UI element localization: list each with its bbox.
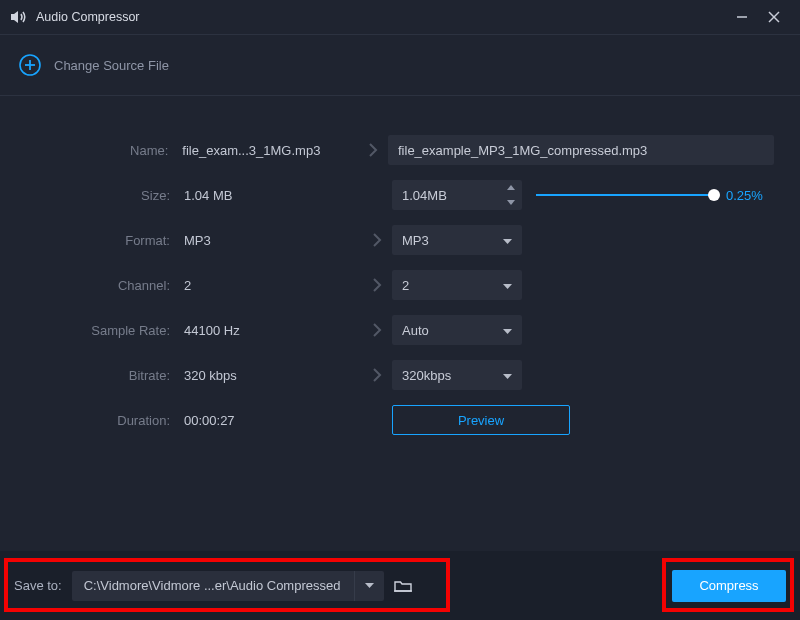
row-sample-rate: Sample Rate: 44100 Hz Auto: [26, 314, 774, 346]
bitrate-value: 320kbps: [402, 368, 451, 383]
source-bitrate: 320 kbps: [178, 368, 362, 383]
label-channel: Channel:: [26, 278, 178, 293]
caret-down-icon[interactable]: [354, 571, 384, 601]
source-duration: 00:00:27: [178, 413, 362, 428]
change-source-row: Change Source File: [0, 35, 800, 95]
format-select[interactable]: MP3: [392, 225, 522, 255]
row-bitrate: Bitrate: 320 kbps 320kbps: [26, 359, 774, 391]
output-name-input[interactable]: [388, 135, 774, 165]
preview-button[interactable]: Preview: [392, 405, 570, 435]
channel-select[interactable]: 2: [392, 270, 522, 300]
add-source-button[interactable]: [18, 53, 42, 77]
sample-rate-select[interactable]: Auto: [392, 315, 522, 345]
open-folder-button[interactable]: [392, 575, 414, 597]
label-name: Name:: [26, 143, 176, 158]
label-sample-rate: Sample Rate:: [26, 323, 178, 338]
slider-thumb[interactable]: [708, 189, 720, 201]
arrow-icon: [362, 278, 392, 292]
bitrate-select[interactable]: 320kbps: [392, 360, 522, 390]
arrow-icon: [362, 323, 392, 337]
spinner-down-icon[interactable]: [500, 195, 522, 210]
caret-down-icon: [503, 368, 512, 383]
source-format: MP3: [178, 233, 362, 248]
row-size: Size: 1.04 MB 1.04MB 0.25%: [26, 179, 774, 211]
target-size-value: 1.04MB: [392, 188, 500, 203]
target-size-spinner[interactable]: 1.04MB: [392, 180, 522, 210]
caret-down-icon: [503, 233, 512, 248]
arrow-icon: [362, 368, 392, 382]
save-path-select[interactable]: C:\Vidmore\Vidmore ...er\Audio Compresse…: [72, 571, 384, 601]
footer-bar: Save to: C:\Vidmore\Vidmore ...er\Audio …: [0, 551, 800, 620]
source-sample-rate: 44100 Hz: [178, 323, 362, 338]
size-slider[interactable]: [536, 187, 714, 203]
compress-button[interactable]: Compress: [672, 570, 786, 602]
save-to-label: Save to:: [14, 578, 62, 593]
label-size: Size:: [26, 188, 178, 203]
arrow-icon: [358, 143, 388, 157]
channel-value: 2: [402, 278, 409, 293]
sample-rate-value: Auto: [402, 323, 429, 338]
change-source-label[interactable]: Change Source File: [54, 58, 169, 73]
row-duration: Duration: 00:00:27 Preview: [26, 404, 774, 436]
source-size: 1.04 MB: [178, 188, 362, 203]
caret-down-icon: [503, 278, 512, 293]
title-bar: Audio Compressor: [0, 0, 800, 34]
arrow-icon: [362, 233, 392, 247]
source-name: file_exam...3_1MG.mp3: [176, 143, 358, 158]
close-button[interactable]: [760, 3, 788, 31]
row-channel: Channel: 2 2: [26, 269, 774, 301]
row-name: Name: file_exam...3_1MG.mp3: [26, 134, 774, 166]
spinner-up-icon[interactable]: [500, 180, 522, 195]
label-bitrate: Bitrate:: [26, 368, 178, 383]
app-title: Audio Compressor: [36, 10, 140, 24]
size-percent: 0.25%: [726, 188, 774, 203]
label-duration: Duration:: [26, 413, 178, 428]
save-path-value: C:\Vidmore\Vidmore ...er\Audio Compresse…: [72, 578, 354, 593]
caret-down-icon: [503, 323, 512, 338]
speaker-icon: [10, 10, 28, 24]
label-format: Format:: [26, 233, 178, 248]
row-format: Format: MP3 MP3: [26, 224, 774, 256]
format-value: MP3: [402, 233, 429, 248]
minimize-button[interactable]: [728, 3, 756, 31]
settings-panel: Name: file_exam...3_1MG.mp3 Size: 1.04 M…: [0, 96, 800, 436]
source-channel: 2: [178, 278, 362, 293]
